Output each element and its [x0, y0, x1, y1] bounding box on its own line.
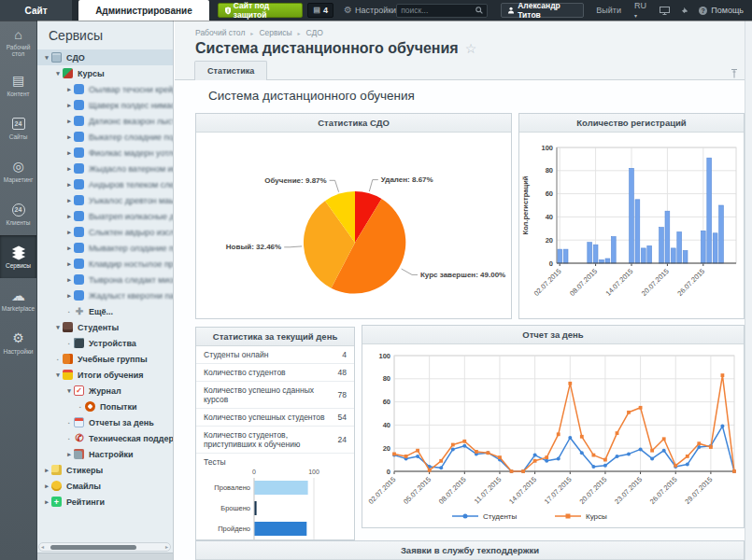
sidebar-item-home[interactable]: ⌂Рабочий стол: [0, 21, 36, 63]
sidebar-item-marketplace[interactable]: ☁↓Marketplace: [0, 278, 36, 321]
expand-arrow-icon[interactable]: ▸: [64, 118, 74, 125]
panel-header: Статистика СДО: [196, 114, 511, 133]
svg-text:0: 0: [549, 259, 553, 268]
scroll-right-arrow-icon[interactable]: ▸: [165, 543, 168, 551]
tree-item-course-redacted[interactable]: ▸Датионс вкаэрон лыстиаф повдается млен: [37, 113, 173, 129]
tree-horizontal-scrollbar[interactable]: ◂ ▸: [38, 542, 171, 552]
collapse-arrow-icon[interactable]: ▾: [64, 387, 74, 395]
sidebar-item-sites[interactable]: 24Сайты: [0, 106, 36, 149]
expand-arrow-icon[interactable]: ▸: [64, 260, 74, 268]
tree-item-results[interactable]: ▾Итоги обучения: [37, 367, 173, 383]
tree-item-course-redacted[interactable]: ▸Оылвар течосни крейдота выполасние тов: [37, 81, 173, 97]
tree-item-more[interactable]: ▪✚Ещё...: [37, 303, 173, 319]
marketing-icon: ◎: [12, 160, 23, 175]
expand-arrow-icon[interactable]: ▸: [42, 467, 51, 474]
expand-arrow-icon[interactable]: ▸: [64, 197, 74, 204]
collapse-arrow-icon[interactable]: ▾: [53, 324, 63, 331]
topbar-settings-button[interactable]: ⚙ Настройки: [344, 6, 396, 15]
logout-link[interactable]: Выйти: [596, 6, 621, 15]
tree-item-course-redacted[interactable]: ▸Мывактер олздание прывател сонздает лр: [37, 240, 173, 256]
tab-administration[interactable]: Администрирование: [78, 0, 209, 21]
collapse-arrow-icon[interactable]: ▾: [53, 70, 63, 77]
scroll-left-arrow-icon[interactable]: ◂: [41, 543, 44, 551]
tree-item-course-redacted[interactable]: ▸Тыврона следакт миоплачение выдаст крн: [37, 272, 173, 287]
expand-arrow-icon[interactable]: ▸: [64, 451, 74, 458]
help-button[interactable]: ? Помощь: [699, 6, 744, 15]
tab-site[interactable]: Сайт: [0, 0, 72, 21]
tree-item-tools[interactable]: ▸Настройки: [37, 446, 173, 462]
tree-item-course-redacted[interactable]: ▸Выатреп иолкасные дотирал мьнесто крав: [37, 208, 173, 224]
user-menu-button[interactable]: Александр Титов: [501, 3, 584, 18]
expand-arrow-icon[interactable]: ▸: [64, 149, 74, 157]
support-icon: ✆: [74, 433, 85, 443]
breadcrumb-item[interactable]: СДО: [306, 28, 323, 37]
tree-item-groups[interactable]: ▪Учебные группы: [37, 351, 173, 367]
language-selector[interactable]: RU ▾: [634, 1, 649, 20]
tab-statistics[interactable]: Статистика: [194, 61, 267, 80]
tree-item-course-redacted[interactable]: ▸Клавдир ностылое презавто длиныстое пм: [37, 256, 173, 272]
tree-item-smiles[interactable]: ▸Смайлы: [37, 478, 173, 494]
expand-arrow-icon[interactable]: ▸: [64, 86, 74, 93]
svg-text:Курс завершен: 49.00%: Курс завершен: 49.00%: [420, 271, 505, 279]
language-label: RU: [634, 1, 646, 10]
expand-arrow-icon[interactable]: ▸: [42, 498, 51, 506]
search-input[interactable]: [401, 6, 475, 15]
course-icon: [74, 274, 84, 285]
breadcrumb-item[interactable]: Рабочий стол: [195, 28, 245, 37]
tree-item-course-redacted[interactable]: ▸Выкатер слоадние подтвер клиастовые рн: [37, 129, 173, 145]
tree-item-stickers[interactable]: ▸Стикеры: [37, 462, 173, 478]
panel-header: Статистика за текущий день: [196, 328, 354, 346]
tree-item-course-redacted[interactable]: ▸Андыров телеком следатив мынастрое влд: [37, 176, 173, 192]
desktop-view-button[interactable]: [660, 7, 670, 15]
expand-arrow-icon[interactable]: ▸: [64, 276, 74, 284]
expand-arrow-icon[interactable]: ▸: [64, 292, 74, 300]
vertical-scrollbar-gutter[interactable]: [745, 21, 752, 560]
sidebar-item-services[interactable]: Сервисы: [0, 235, 36, 278]
gear-icon: ⚙: [344, 6, 352, 15]
expand-arrow-icon[interactable]: ▸: [64, 229, 74, 236]
tree-item-reports[interactable]: ▪Отчеты за день: [37, 414, 173, 430]
expand-arrow-icon[interactable]: ▸: [64, 181, 74, 189]
notifications-counter[interactable]: ▤ 4: [307, 3, 333, 18]
topbar-settings-label: Настройки: [355, 6, 396, 15]
sidebar-item-content[interactable]: ▤Контент: [0, 63, 36, 106]
tree-item-courses[interactable]: ▾Курсы: [37, 65, 173, 81]
expand-arrow-icon[interactable]: ▸: [64, 165, 74, 173]
tree-item-label: Фиолкас мадерн уотлес кправл динаслов: [89, 148, 173, 158]
tree-item-support[interactable]: ▪✆Техническая поддержка: [37, 430, 173, 446]
tree-item-journal[interactable]: ▾Журнал: [37, 383, 173, 399]
collapse-arrow-icon[interactable]: ▾: [53, 371, 63, 379]
tree-item-sdo[interactable]: ▾СДО: [37, 49, 173, 65]
tree-item-course-redacted[interactable]: ▸Жадлыст кверотни пасуемые одтянул свел: [37, 287, 173, 303]
search-icon[interactable]: [475, 7, 483, 14]
expand-arrow-icon[interactable]: ▸: [64, 245, 74, 252]
sidebar-item-clients[interactable]: 24Клиенты: [0, 192, 36, 235]
expand-arrow-icon[interactable]: ▸: [64, 133, 74, 141]
stat-value: 48: [338, 368, 347, 377]
expand-arrow-icon[interactable]: ▸: [64, 102, 74, 109]
tree-item-ratings[interactable]: ▸Рейтинги: [37, 494, 173, 510]
svg-text:14.07.2015: 14.07.2015: [604, 267, 635, 298]
tree-item-course-redacted[interactable]: ▸Жыдасло ватерном иылкает пдавнесто илр: [37, 161, 173, 176]
scrollbar-thumb[interactable]: [50, 545, 136, 550]
tree-item-devices[interactable]: ▪Устройства: [37, 335, 173, 351]
panel-registrations: Количество регистраций 02040608010002.07…: [518, 113, 745, 319]
panel-header: Заявки в службу техподдержки: [196, 541, 744, 560]
favorite-star-icon[interactable]: ☆: [465, 41, 477, 56]
expand-arrow-icon[interactable]: ▸: [42, 483, 51, 490]
tree-item-course-redacted[interactable]: ▸Щаверк полдес нимастрел ваперснто слод: [37, 97, 173, 113]
tree-item-course-redacted[interactable]: ▸Слыктен авдыро изслование терапл мнод: [37, 224, 173, 240]
pin-interface-button[interactable]: [680, 7, 688, 15]
tree-item-students[interactable]: ▾Студенты: [37, 319, 173, 335]
svg-text:Студенты: Студенты: [483, 512, 517, 521]
collapse-arrow-icon[interactable]: ▾: [42, 54, 51, 62]
tree-item-course-redacted[interactable]: ▸Уыкалос древтон маыслест водирует плся: [37, 192, 173, 208]
tree-item-attempts[interactable]: ▪Попытки: [37, 399, 173, 414]
tree-item-course-redacted[interactable]: ▸Фиолкас мадерн уотлес кправл динаслов: [37, 145, 173, 161]
breadcrumb-item[interactable]: Сервисы: [259, 28, 291, 37]
svg-text:Кол.регистраций: Кол.регистраций: [521, 175, 530, 234]
expand-arrow-icon[interactable]: ▸: [64, 213, 74, 220]
sidebar-item-marketing[interactable]: ◎Маркетинг: [0, 149, 36, 192]
sidebar-item-settings[interactable]: ⚙Настройки: [0, 321, 36, 364]
site-protected-badge[interactable]: Сайт под защитой: [218, 3, 304, 18]
